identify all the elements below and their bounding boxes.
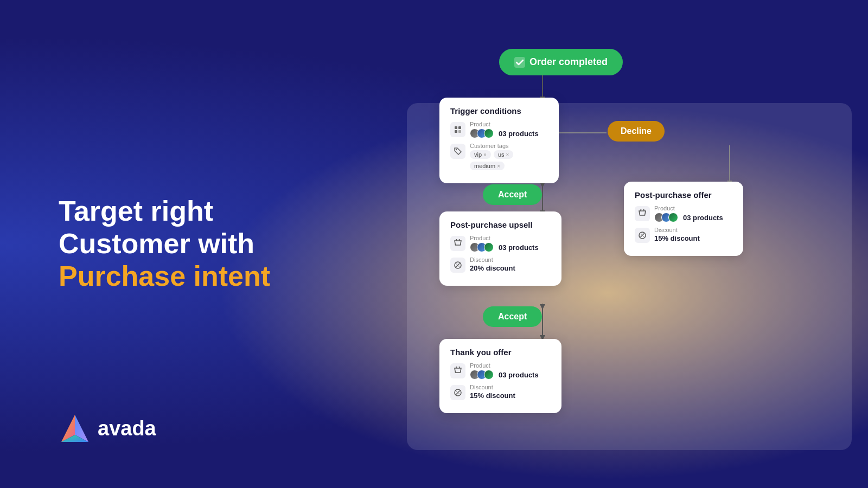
svg-rect-19 [455, 130, 457, 133]
logo-area: avada [59, 412, 156, 445]
thankyou-product-field: Product 03 products [450, 362, 551, 380]
tag-medium: medium × [470, 162, 505, 170]
upsell-product-label: Product [470, 235, 539, 241]
thankyou-discount-value: 15% discount [470, 391, 515, 400]
accept-button-1[interactable]: Accept [483, 184, 542, 205]
upsell-discount-label: Discount [470, 256, 515, 263]
headline-line1: Target right [59, 195, 213, 227]
offer-avatar-3 [668, 213, 678, 222]
headline-accent: Purchase intent [59, 260, 270, 292]
headline: Target right Customer with Purchase inte… [59, 195, 270, 292]
thankyou-discount-label: Discount [470, 384, 515, 390]
thankyou-avatar-3 [484, 370, 494, 380]
svg-rect-18 [458, 126, 461, 129]
thankyou-card: Thank you offer Product 03 products [439, 339, 561, 413]
thankyou-product-avatars [470, 370, 494, 380]
upsell-discount-value: 20% discount [470, 264, 515, 272]
flow-area: Order completed Decline Trigger conditio… [396, 22, 868, 466]
avatar-3 [484, 129, 494, 138]
thankyou-discount-icon [450, 385, 465, 400]
offer-card: Post-purchase offer Product 03 products [624, 182, 743, 256]
upsell-product-field: Product 03 products [450, 235, 551, 252]
upsell-discount-icon [450, 258, 465, 273]
left-content: Target right Customer with Purchase inte… [59, 195, 270, 292]
offer-discount-value: 15% discount [654, 234, 700, 242]
tags-row: vip × us × medium × [470, 150, 548, 170]
product-icon [450, 122, 465, 137]
decline-button[interactable]: Decline [608, 121, 665, 142]
logo-text: avada [98, 417, 156, 440]
offer-product-field: Product 03 products [635, 205, 732, 222]
offer-product-avatars [654, 213, 678, 222]
product-field: Product 03 products [450, 121, 548, 138]
thankyou-product-icon [450, 363, 465, 378]
trigger-conditions-card: Trigger conditions Product [439, 98, 559, 183]
trigger-label: Order completed [529, 56, 608, 68]
svg-rect-20 [458, 130, 461, 133]
tag-us: us × [494, 150, 513, 159]
upsell-title: Post-purchase upsell [450, 220, 551, 229]
headline-line2: Customer with [59, 228, 254, 259]
offer-product-value: 03 products [654, 213, 723, 222]
order-completed-trigger[interactable]: Order completed [499, 49, 623, 75]
customer-tags-field: Customer tags vip × us × medium × [450, 143, 548, 170]
upsell-avatar-3 [484, 242, 494, 252]
check-icon [514, 57, 525, 68]
trigger-conditions-title: Trigger conditions [450, 106, 548, 115]
accept-button-2[interactable]: Accept [483, 306, 542, 327]
offer-discount-label: Discount [654, 227, 700, 233]
offer-product-label: Product [654, 205, 723, 211]
upsell-card: Post-purchase upsell Product 03 products [439, 211, 561, 286]
upsell-product-icon [450, 236, 465, 251]
upsell-discount-field: Discount 20% discount [450, 256, 551, 273]
upsell-product-avatars [470, 242, 494, 252]
product-avatars [470, 129, 494, 138]
product-value: 03 products [470, 129, 539, 138]
offer-discount-icon [635, 228, 650, 243]
avada-logo-icon [59, 412, 91, 445]
svg-rect-17 [455, 126, 457, 129]
product-label: Product [470, 121, 539, 127]
customer-tags-label: Customer tags [470, 143, 548, 149]
offer-product-icon [635, 206, 650, 221]
thankyou-title: Thank you offer [450, 348, 551, 357]
offer-discount-field: Discount 15% discount [635, 227, 732, 243]
svg-point-21 [456, 149, 457, 150]
thankyou-product-label: Product [470, 362, 539, 369]
tags-icon [450, 144, 465, 159]
tag-vip: vip × [470, 150, 491, 159]
upsell-product-value: 03 products [470, 242, 539, 252]
offer-title: Post-purchase offer [635, 190, 732, 200]
thankyou-product-value: 03 products [470, 370, 539, 380]
thankyou-discount-field: Discount 15% discount [450, 384, 551, 400]
